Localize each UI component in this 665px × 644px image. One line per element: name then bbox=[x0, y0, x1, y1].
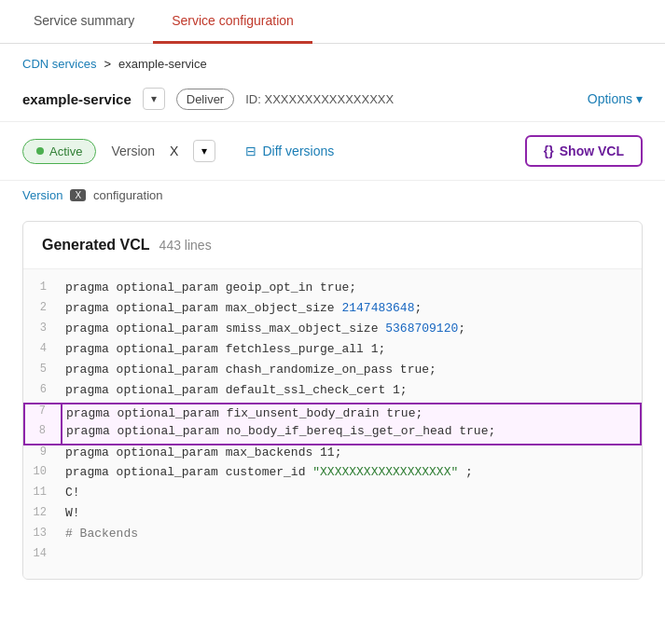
line-number: 5 bbox=[24, 363, 62, 383]
show-vcl-button[interactable]: {} Show VCL bbox=[525, 135, 643, 167]
service-id-value: XXXXXXXXXXXXXXXX bbox=[264, 92, 394, 106]
vcl-container: Generated VCL 443 lines 1pragma optional… bbox=[22, 221, 643, 580]
table-row: 4pragma optional_param fetchless_purge_a… bbox=[24, 342, 641, 363]
table-row: 9pragma optional_param max_backends 11; bbox=[24, 445, 641, 465]
line-number: 2 bbox=[24, 301, 62, 322]
vcl-code-area[interactable]: 1pragma optional_param geoip_opt_in true… bbox=[23, 269, 642, 579]
service-name: example-service bbox=[22, 91, 132, 107]
diff-label: Diff versions bbox=[262, 144, 334, 158]
code-line: pragma optional_param no_body_if_bereq_i… bbox=[62, 424, 641, 445]
line-number: 1 bbox=[24, 281, 62, 301]
breadcrumb-separator: > bbox=[104, 57, 111, 71]
table-row: 1pragma optional_param geoip_opt_in true… bbox=[24, 281, 641, 301]
version-dropdown-button[interactable]: ▾ bbox=[193, 140, 215, 162]
options-chevron-icon: ▾ bbox=[636, 91, 643, 106]
table-row: 3pragma optional_param smiss_max_object_… bbox=[24, 322, 641, 342]
code-line: pragma optional_param max_backends 11; bbox=[62, 445, 641, 465]
code-line: # Backends bbox=[62, 527, 641, 547]
version-number: X bbox=[170, 144, 178, 158]
breadcrumb-cdn-services[interactable]: CDN services bbox=[22, 57, 96, 71]
line-number: 7 bbox=[24, 404, 62, 424]
code-line: pragma optional_param chash_randomize_on… bbox=[62, 363, 641, 383]
code-line: C! bbox=[62, 486, 641, 506]
diff-versions-button[interactable]: ⊟ Diff versions bbox=[245, 144, 334, 158]
service-type-badge: Deliver bbox=[176, 89, 234, 110]
table-row: 11C! bbox=[24, 486, 641, 506]
code-line: pragma optional_param geoip_opt_in true; bbox=[62, 281, 641, 301]
code-line: pragma optional_param customer_id "XXXXX… bbox=[62, 465, 641, 486]
code-line: pragma optional_param fetchless_purge_al… bbox=[62, 342, 641, 363]
code-line: W! bbox=[62, 506, 641, 527]
line-number: 11 bbox=[24, 486, 62, 506]
line-number: 13 bbox=[24, 527, 62, 547]
action-bar: Active Version X ▾ ⊟ Diff versions {} Sh… bbox=[0, 122, 665, 181]
line-number: 10 bbox=[24, 465, 62, 486]
table-row: 13# Backends bbox=[24, 527, 641, 547]
breadcrumb-current: example-service bbox=[118, 57, 207, 71]
vcl-header: Generated VCL 443 lines bbox=[23, 222, 642, 269]
table-row: 7pragma optional_param fix_unsent_body_d… bbox=[24, 404, 641, 424]
code-line: pragma optional_param smiss_max_object_s… bbox=[62, 322, 641, 342]
table-row: 2pragma optional_param max_object_size 2… bbox=[24, 301, 641, 322]
tab-service-configuration[interactable]: Service configuration bbox=[153, 0, 312, 44]
active-dot-icon bbox=[36, 147, 44, 155]
tab-service-summary[interactable]: Service summary bbox=[15, 0, 153, 44]
breadcrumb: CDN services > example-service bbox=[0, 44, 665, 80]
service-dropdown-button[interactable]: ▾ bbox=[143, 88, 165, 110]
show-vcl-label: Show VCL bbox=[560, 144, 624, 158]
version-label: Version bbox=[111, 144, 155, 158]
table-row: 6pragma optional_param default_ssl_check… bbox=[24, 383, 641, 404]
line-number: 14 bbox=[24, 547, 62, 568]
active-label: Active bbox=[49, 144, 82, 158]
line-number: 8 bbox=[24, 424, 62, 445]
vcl-line-count: 443 lines bbox=[159, 238, 212, 253]
service-header: example-service ▾ Deliver ID: XXXXXXXXXX… bbox=[0, 80, 665, 122]
line-number: 3 bbox=[24, 322, 62, 342]
sub-breadcrumb-close[interactable]: X bbox=[70, 189, 86, 201]
sub-breadcrumb-version[interactable]: Version bbox=[22, 188, 62, 202]
code-line: pragma optional_param fix_unsent_body_dr… bbox=[62, 404, 641, 424]
service-id-label: ID: XXXXXXXXXXXXXXXX bbox=[245, 92, 394, 106]
line-number: 6 bbox=[24, 383, 62, 404]
chevron-down-icon: ▾ bbox=[151, 92, 157, 105]
vcl-curly-icon: {} bbox=[544, 144, 554, 158]
table-row: 10pragma optional_param customer_id "XXX… bbox=[24, 465, 641, 486]
line-number: 12 bbox=[24, 506, 62, 527]
code-line: pragma optional_param max_object_size 21… bbox=[62, 301, 641, 322]
line-number: 9 bbox=[24, 445, 62, 465]
table-row: 14 bbox=[24, 547, 641, 568]
line-number: 4 bbox=[24, 342, 62, 363]
vcl-title: Generated VCL bbox=[42, 237, 150, 253]
active-status-badge[interactable]: Active bbox=[22, 139, 96, 164]
table-row: 12W! bbox=[24, 506, 641, 527]
table-row: 5pragma optional_param chash_randomize_o… bbox=[24, 363, 641, 383]
options-button[interactable]: Options ▾ bbox=[588, 91, 643, 106]
code-table: 1pragma optional_param geoip_opt_in true… bbox=[23, 281, 642, 568]
tabs-bar: Service summary Service configuration bbox=[0, 0, 665, 44]
code-line: pragma optional_param default_ssl_check_… bbox=[62, 383, 641, 404]
code-line bbox=[62, 547, 641, 568]
sub-breadcrumb: Version X configuration bbox=[0, 181, 665, 210]
table-row: 8pragma optional_param no_body_if_bereq_… bbox=[24, 424, 641, 445]
sub-breadcrumb-config: configuration bbox=[93, 188, 162, 202]
diff-icon: ⊟ bbox=[245, 144, 256, 158]
